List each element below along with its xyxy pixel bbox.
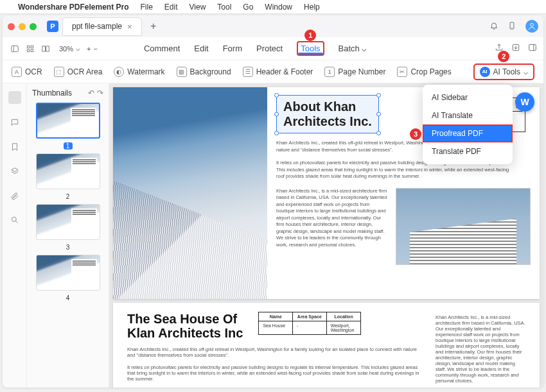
- callout-1: 1: [304, 30, 316, 41]
- svg-rect-6: [31, 46, 33, 48]
- zoom-control[interactable]: 30% ⌵ + −: [59, 44, 98, 53]
- header-footer-icon: ☰: [243, 67, 253, 77]
- chevron-down-icon: ⌵: [362, 44, 367, 53]
- rail-attachments-icon[interactable]: [9, 190, 21, 201]
- close-tab-icon[interactable]: ×: [127, 22, 132, 31]
- panel-toggle-icon[interactable]: [9, 43, 21, 55]
- thumbnail-page-4[interactable]: [36, 255, 100, 291]
- thumbnails-header: Thumbnails ↶ ↷: [32, 89, 103, 98]
- tab-title: ppt file-sample: [72, 22, 122, 31]
- new-tab-button[interactable]: +: [146, 19, 161, 34]
- thumbnail-label-1: 1: [64, 142, 73, 149]
- svg-point-2: [531, 23, 534, 26]
- zoom-out-icon[interactable]: −: [93, 45, 97, 53]
- paragraph-5: It relies on photovoltaic panels for ele…: [127, 364, 423, 382]
- close-window-icon[interactable]: [8, 23, 15, 30]
- document-tab[interactable]: ppt file-sample ×: [62, 17, 142, 36]
- tab-form[interactable]: Form: [223, 38, 242, 58]
- app-icon: P: [47, 21, 58, 32]
- menu-edit[interactable]: Edit: [164, 3, 178, 12]
- svg-rect-8: [31, 49, 33, 52]
- dropdown-ai-translate[interactable]: AI Translate: [423, 107, 513, 124]
- rail-bookmarks-icon[interactable]: [9, 141, 21, 153]
- selected-text-box[interactable]: About KhanArchitects Inc.: [276, 95, 379, 133]
- callout-2: 2: [498, 51, 509, 62]
- rail-thumbnails-icon[interactable]: [8, 91, 21, 104]
- dropdown-ai-sidebar[interactable]: AI Sidebar: [423, 89, 513, 107]
- chevron-down-icon: ⌵: [524, 67, 528, 76]
- svg-rect-5: [27, 46, 30, 48]
- macos-menubar: Wondershare PDFelement Pro File Edit Vie…: [0, 0, 546, 14]
- tool-crop-pages[interactable]: ✂Crop Pages: [397, 67, 451, 77]
- thumbnail-page-2[interactable]: [36, 153, 100, 189]
- redo-icon[interactable]: ↷: [97, 89, 103, 98]
- tool-ocr[interactable]: AOCR: [12, 67, 42, 77]
- thumbnail-page-1[interactable]: [36, 103, 100, 139]
- rail-search-icon[interactable]: [9, 214, 21, 226]
- tab-batch[interactable]: Batch ⌵: [339, 38, 367, 58]
- paragraph-6: Khan Architects Inc., is a mid-sized arc…: [436, 314, 525, 384]
- ocr-icon: A: [12, 67, 22, 77]
- window-controls[interactable]: [8, 23, 37, 30]
- app-window: P ppt file-sample × + 30% ⌵ + − Comment …: [3, 15, 543, 388]
- tab-tools[interactable]: Tools: [297, 41, 324, 56]
- svg-rect-7: [27, 49, 30, 52]
- bell-icon[interactable]: [489, 21, 498, 32]
- tools-subtoolbar: AOCR ⬚OCR Area ◐Watermark ▨Background ☰H…: [3, 60, 543, 83]
- tool-header-footer[interactable]: ☰Header & Footer: [243, 67, 313, 77]
- menu-window[interactable]: Window: [265, 3, 292, 12]
- svg-rect-10: [46, 46, 49, 51]
- svg-rect-12: [529, 44, 536, 50]
- main-toolbar: 30% ⌵ + − Comment Edit Form Protect 1 To…: [3, 37, 543, 60]
- info-table: Name Area Space Location Sea House - Wes…: [258, 312, 361, 335]
- minimize-window-icon[interactable]: [19, 23, 26, 30]
- zoom-in-icon[interactable]: +: [87, 45, 91, 53]
- properties-icon[interactable]: [528, 43, 537, 54]
- user-avatar[interactable]: [525, 20, 538, 33]
- tab-protect[interactable]: Protect: [256, 38, 283, 58]
- rail-layers-icon[interactable]: [9, 166, 21, 177]
- paragraph-4: Khan Architects Inc., created this off-g…: [127, 346, 423, 358]
- tool-page-number[interactable]: 1Page Number: [324, 67, 385, 77]
- svg-line-16: [15, 221, 18, 223]
- tool-ocr-area[interactable]: ⬚OCR Area: [54, 67, 103, 77]
- twopage-view-icon[interactable]: [40, 43, 51, 55]
- dropdown-proofread-pdf[interactable]: 3 Proofread PDF: [423, 124, 513, 142]
- word-float-button[interactable]: W: [515, 92, 534, 112]
- tool-watermark[interactable]: ◐Watermark: [114, 67, 164, 77]
- crop-icon: ✂: [397, 67, 407, 77]
- menu-tool[interactable]: Tool: [217, 3, 231, 12]
- menu-file[interactable]: File: [141, 3, 153, 12]
- tab-edit[interactable]: Edit: [194, 38, 208, 58]
- export-icon[interactable]: [511, 43, 520, 54]
- mobile-icon[interactable]: [507, 21, 516, 32]
- svg-rect-3: [12, 46, 19, 51]
- menu-view[interactable]: View: [189, 3, 206, 12]
- building-image: [396, 188, 531, 265]
- svg-rect-9: [42, 46, 46, 51]
- tab-comment[interactable]: Comment: [144, 38, 180, 58]
- tab-bar: P ppt file-sample × +: [3, 15, 543, 37]
- callout-3: 3: [410, 128, 421, 140]
- menu-help[interactable]: Help: [304, 3, 320, 12]
- fullscreen-window-icon[interactable]: [30, 23, 37, 30]
- tool-background[interactable]: ▨Background: [177, 67, 231, 77]
- zoom-value: 30%: [59, 45, 73, 53]
- thumbnail-page-3[interactable]: [36, 204, 100, 240]
- thumbnail-label-3: 3: [32, 244, 103, 251]
- grid-view-icon[interactable]: [24, 43, 36, 55]
- background-icon: ▨: [177, 67, 187, 77]
- rail-comments-icon[interactable]: [9, 117, 21, 128]
- ocr-area-icon: ⬚: [54, 67, 64, 77]
- watermark-icon: ◐: [114, 67, 124, 77]
- tool-ai-tools[interactable]: AI AI Tools ⌵: [473, 64, 534, 80]
- thumbnail-label-2: 2: [32, 193, 103, 200]
- dropdown-translate-pdf[interactable]: Translate PDF: [423, 142, 513, 160]
- zoom-dropdown-icon[interactable]: ⌵: [76, 44, 80, 53]
- page-number-icon: 1: [324, 67, 335, 77]
- menu-go[interactable]: Go: [243, 3, 253, 12]
- undo-icon[interactable]: ↶: [88, 89, 94, 98]
- thumbnail-label-4: 4: [32, 294, 103, 302]
- page-2: The Sea House OfKlan Architects Inc Name…: [113, 303, 540, 388]
- app-name[interactable]: Wondershare PDFelement Pro: [18, 3, 129, 12]
